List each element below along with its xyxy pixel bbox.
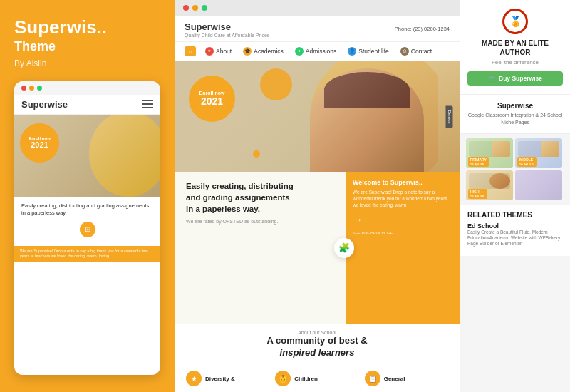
related-item-desc: Easily Create a Beautiful Fluid, Modern … [467, 229, 563, 247]
desk-bottom-grid: ★ Diversity & 👶 Children 📋 General [175, 365, 460, 392]
desk-welcome-text: We are Superwise! Drop a note to say a w… [346, 189, 460, 208]
desk-about-label: About our School [186, 330, 448, 335]
middle-panel: Superwise Quality Child Care at Affordab… [175, 0, 460, 392]
desk-nav: ⌂ ▾ About 🎓 Academics ✦ Admissions 👤 Stu… [175, 42, 460, 61]
mobile-preview: Superwise Enroll now 2021 Easily creatin… [14, 81, 160, 375]
left-panel: Superwis.. Theme By Aislin Superwise Enr… [0, 0, 175, 392]
right-theme-name: Superwise [467, 102, 563, 110]
desk-nav-admissions[interactable]: ✦ Admissions [290, 45, 341, 58]
desk-content-row: Easily creating, distributingand grading… [175, 172, 460, 324]
buy-button-label: Buy Superwise [499, 75, 542, 82]
desk-hero-face-container [296, 61, 438, 172]
screenshot-middle-label: MIDDLESCHOOL [517, 157, 537, 167]
mobile-dot-green [37, 86, 42, 91]
mobile-content-text: Easily creating, distributing and gradin… [21, 202, 153, 217]
desk-nav-student-label: Student life [358, 48, 389, 55]
mobile-hero: Enroll now 2021 [14, 115, 160, 197]
mobile-header: Superwise [14, 95, 160, 115]
desk-nav-admissions-label: Admissions [306, 48, 336, 55]
mobile-logo: Superwise [21, 99, 68, 110]
theme-subtitle: Theme [14, 39, 160, 54]
browser-dot-close[interactable] [183, 5, 189, 11]
desk-about-title: A community of best & inspired learners [186, 335, 448, 359]
desk-rated-text: We are rated by OFSTED as outstanding. [186, 219, 334, 224]
mobile-dot-red [21, 86, 26, 91]
desk-nav-academics-label: Academics [254, 48, 284, 55]
theme-author: By Aislin [14, 58, 160, 68]
mobile-puzzle-icon: ⊞ [80, 222, 95, 237]
desk-nav-about-icon: ▾ [205, 47, 214, 56]
mobile-enroll-year: 2021 [31, 140, 48, 149]
desk-logo-area: Superwise Quality Child Care at Affordab… [185, 20, 269, 38]
cart-icon: 🛒 [488, 75, 496, 82]
desk-about-section: About our School A community of best & i… [175, 324, 460, 365]
desk-hero-hair [324, 72, 410, 108]
demos-tab[interactable]: Demos [445, 105, 452, 128]
desk-nav-admissions-icon: ✦ [295, 47, 304, 56]
mobile-enroll-badge: Enroll now 2021 [20, 123, 59, 163]
right-top: 🏅 MADE BY AN ELITE AUTHOR Feel the diffe… [460, 0, 570, 95]
right-panel: 🏅 MADE BY AN ELITE AUTHOR Feel the diffe… [460, 0, 570, 392]
browser-dot-maximize[interactable] [202, 5, 207, 11]
related-item-ed-school: Ed School Easily Create a Beautiful Flui… [467, 222, 563, 247]
buy-button[interactable]: 🛒 Buy Superwise [467, 71, 563, 86]
desk-children-label: Children [294, 376, 317, 382]
mobile-content: Easily creating, distributing and gradin… [14, 197, 160, 246]
desk-puzzle-icon: 🧩 [334, 238, 354, 258]
desk-general-label: General [384, 376, 405, 382]
right-theme-desc: Google Classroom Integration & 24 School… [467, 112, 563, 126]
desk-nav-contact-icon: ⊙ [400, 47, 409, 56]
desk-see-brochure[interactable]: → [346, 208, 460, 231]
screenshot-high-label: HIGHSCHOOL [468, 189, 487, 199]
desk-nav-home-icon[interactable]: ⌂ [185, 46, 196, 56]
desk-nav-student-icon: 👤 [348, 47, 356, 56]
desk-enroll-badge: Enroll now 2021 [189, 76, 235, 122]
mobile-icon-bar: ⊞ [21, 222, 153, 237]
made-by-label: MADE BY AN ELITE AUTHOR [467, 38, 563, 57]
desk-bottom-children: 👶 Children [275, 371, 358, 386]
screenshot-extra [515, 170, 562, 200]
right-screenshots: PRIMARYSCHOOL MIDDLESCHOOL HIGHSCHOOL [460, 134, 570, 205]
desk-main-content: Easily creating, distributingand grading… [175, 172, 346, 324]
desk-brochure-label: SEE PDF BROCHURE [346, 231, 460, 235]
desk-logo-sub: Quality Child Care at Affordable Prices [185, 33, 269, 38]
desk-nav-contact-label: Contact [411, 48, 432, 55]
desk-small-circle-decoration [253, 150, 260, 158]
screenshot-middle: MIDDLESCHOOL [515, 138, 562, 168]
desk-logo: Superwise [185, 21, 231, 32]
hamburger-icon[interactable] [142, 100, 153, 108]
desktop-preview: Superwise Quality Child Care at Affordab… [175, 16, 460, 392]
elite-medal: 🏅 [502, 9, 528, 34]
desk-diversity-label: Diversity & [205, 376, 235, 382]
desk-top-bar: Superwise Quality Child Care at Affordab… [175, 16, 460, 42]
desk-nav-about-label: About [216, 48, 232, 55]
screenshot-primary-label: PRIMARYSCHOOL [468, 157, 489, 167]
desk-welcome-title: Welcome to Superwis.. [346, 172, 460, 189]
desk-bottom-diversity: ★ Diversity & [186, 371, 269, 386]
desk-nav-contact[interactable]: ⊙ Contact [395, 45, 437, 58]
desk-headline: Easily creating, distributingand grading… [186, 180, 334, 215]
desk-nav-about[interactable]: ▾ About [200, 45, 237, 58]
screenshot-primary: PRIMARYSCHOOL [466, 138, 513, 168]
screenshot-high: HIGHSCHOOL [466, 170, 513, 200]
browser-dot-minimize[interactable] [192, 5, 198, 11]
right-theme-info: Superwise Google Classroom Integration &… [460, 95, 570, 134]
related-item-name: Ed School [467, 222, 563, 229]
related-themes-title: RELATED THEMES [467, 211, 563, 219]
desk-diversity-icon: ★ [186, 371, 202, 386]
desk-hero-face-oval [310, 68, 424, 172]
desk-bottom-general: 📋 General [365, 371, 448, 386]
right-related-section: RELATED THEMES Ed School Easily Create a… [460, 205, 570, 256]
mobile-top-bar [14, 81, 160, 95]
desk-nav-academics[interactable]: 🎓 Academics [238, 45, 289, 58]
mobile-dot-yellow [29, 86, 34, 91]
desk-enroll-text: Enroll now [200, 91, 225, 96]
desk-enroll-year: 2021 [201, 96, 223, 107]
desk-nav-student-life[interactable]: 👤 Student life [343, 45, 394, 58]
desk-children-icon: 👶 [275, 371, 291, 386]
browser-chrome [175, 0, 460, 16]
desk-hero: Enroll now 2021 Demos [175, 61, 460, 172]
desk-phone: Phone: (23) 0200-1234 [395, 26, 450, 32]
medal-circle: 🏅 [502, 9, 528, 34]
mobile-footer-text: We are Superwise! Drop a note to say a b… [14, 246, 160, 262]
